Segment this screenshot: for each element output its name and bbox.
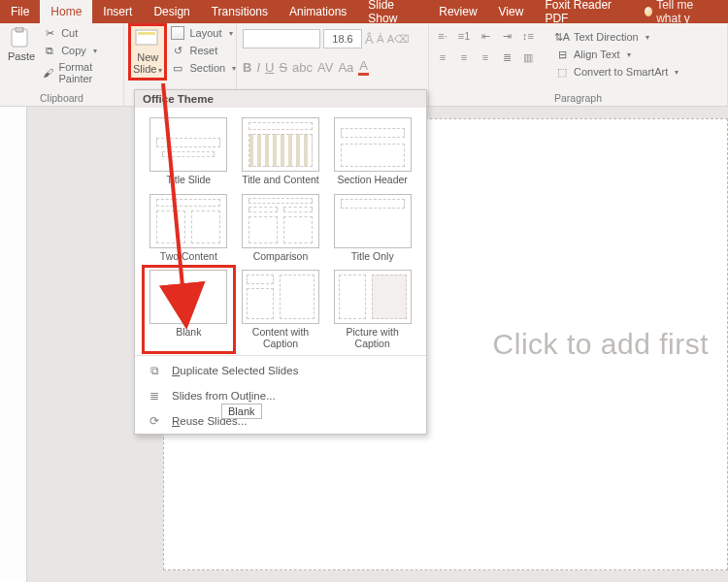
- layout-picture-with-caption[interactable]: Picture with Caption: [330, 270, 414, 349]
- section-icon: ▭: [171, 61, 184, 75]
- indent-dec-button[interactable]: ⇤: [478, 29, 493, 43]
- layout-label: Section Header: [337, 175, 407, 186]
- layout-label: Comparison: [253, 251, 309, 263]
- layout-icon: [171, 26, 184, 40]
- bold-button[interactable]: B: [243, 60, 251, 75]
- svg-rect-1: [16, 27, 23, 32]
- shadow-button[interactable]: abc: [292, 60, 313, 75]
- shrink-font-icon[interactable]: Ǎ: [377, 33, 384, 46]
- new-slide-button[interactable]: New Slide: [130, 25, 165, 79]
- cut-label: Cut: [61, 27, 78, 39]
- new-slide-label: New Slide: [133, 51, 162, 76]
- duplicate-slides-item[interactable]: ⧉ Duplicate Selected Slides: [135, 358, 426, 383]
- reuse-slides-item[interactable]: ⟳ Reuse Slides...: [135, 408, 426, 434]
- numbering-button[interactable]: ≡1: [456, 29, 472, 43]
- bulb-icon: [645, 7, 652, 16]
- tab-foxit-reader-pdf[interactable]: Foxit Reader PDF: [534, 0, 634, 23]
- layout-button[interactable]: Layout: [169, 25, 238, 41]
- italic-button[interactable]: I: [256, 60, 260, 75]
- layout-label: Title and Content: [242, 175, 319, 186]
- bullets-button[interactable]: ≡·: [435, 29, 450, 43]
- align-center-button[interactable]: ≡: [456, 50, 472, 64]
- font-color-button[interactable]: A: [358, 58, 369, 76]
- section-button[interactable]: ▭ Section: [169, 60, 238, 76]
- layout-label: Content with Caption: [239, 327, 323, 349]
- layout-label: Layout: [189, 27, 221, 39]
- layout-comparison[interactable]: Comparison: [239, 194, 323, 263]
- outline-icon: ≣: [147, 388, 162, 404]
- list-item-label: Duplicate Selected Slides: [172, 365, 298, 376]
- text-direction-icon: ⇅A: [555, 30, 569, 44]
- svg-rect-3: [138, 32, 155, 35]
- format-painter-label: Format Painter: [58, 61, 116, 84]
- layout-title-and-content[interactable]: Title and Content: [239, 117, 323, 186]
- layout-content-with-caption[interactable]: Content with Caption: [239, 270, 323, 349]
- font-size-combo[interactable]: 18.6: [323, 29, 362, 48]
- layout-blank[interactable]: Blank: [147, 270, 231, 349]
- font-name-combo[interactable]: [243, 29, 320, 48]
- format-painter-button[interactable]: 🖌 Format Painter: [41, 60, 117, 85]
- tab-home[interactable]: Home: [40, 0, 92, 23]
- ribbon-tab-strip: File Home Insert Design Transitions Anim…: [0, 0, 728, 23]
- change-case-button[interactable]: Aa: [338, 60, 353, 75]
- paragraph-group-label: Paragraph: [435, 90, 721, 106]
- tab-file[interactable]: File: [0, 0, 40, 23]
- line-spacing-button[interactable]: ↕≡: [520, 29, 536, 43]
- group-paragraph: ≡· ≡1 ⇤ ⇥ ↕≡ ≡ ≡ ≡ ≣ ▥ ⇅A Text Direction: [429, 23, 728, 106]
- justify-button[interactable]: ≣: [499, 50, 514, 64]
- clear-format-icon[interactable]: A⌫: [387, 33, 410, 46]
- convert-smartart-button[interactable]: ⬚ Convert to SmartArt: [553, 64, 680, 80]
- grow-font-icon[interactable]: Â: [365, 32, 374, 47]
- reset-icon: ↺: [171, 44, 184, 57]
- thumbnail-panel[interactable]: [0, 107, 27, 582]
- layout-label: Title Slide: [166, 175, 211, 186]
- indent-inc-button[interactable]: ⇥: [499, 29, 514, 43]
- reset-button[interactable]: ↺ Reset: [169, 43, 238, 58]
- paste-button[interactable]: Paste: [6, 25, 37, 64]
- smartart-label: Convert to SmartArt: [574, 66, 668, 78]
- layout-section-header[interactable]: Section Header: [330, 117, 414, 186]
- underline-button[interactable]: U: [265, 60, 274, 75]
- paste-icon: [8, 27, 35, 48]
- add-first-placeholder[interactable]: Click to add first: [493, 328, 709, 361]
- copy-button[interactable]: ⧉ Copy: [41, 43, 117, 58]
- clipboard-group-label: Clipboard: [6, 90, 117, 106]
- layout-label: Two Content: [160, 251, 217, 263]
- tell-me-label: Tell me what y: [656, 0, 718, 25]
- align-text-button[interactable]: ⊟ Align Text: [553, 47, 680, 62]
- new-slide-gallery: Office Theme Title Slide Title and Conte…: [134, 89, 427, 435]
- align-right-button[interactable]: ≡: [478, 50, 493, 64]
- layout-title-slide[interactable]: Title Slide: [147, 117, 231, 186]
- strike-button[interactable]: S: [279, 60, 287, 75]
- tab-design[interactable]: Design: [143, 0, 200, 23]
- copy-label: Copy: [61, 45, 86, 56]
- align-left-button[interactable]: ≡: [435, 50, 450, 64]
- section-label: Section: [189, 62, 225, 74]
- layout-label: Blank: [176, 327, 201, 339]
- align-text-label: Align Text: [574, 48, 620, 60]
- copy-icon: ⧉: [43, 44, 56, 57]
- slides-from-outline-item[interactable]: ≣ Slides from Outline...: [135, 383, 426, 408]
- char-spacing-button[interactable]: AV: [317, 60, 333, 75]
- tell-me-field[interactable]: Tell me what y: [635, 0, 728, 23]
- layout-two-content[interactable]: Two Content: [147, 194, 231, 263]
- layout-title-only[interactable]: Title Only: [330, 194, 414, 263]
- tab-animations[interactable]: Animations: [279, 0, 357, 23]
- cut-button[interactable]: ✂ Cut: [41, 25, 117, 41]
- tab-slide-show[interactable]: Slide Show: [357, 0, 428, 23]
- paste-label: Paste: [8, 50, 35, 62]
- text-direction-button[interactable]: ⇅A Text Direction: [553, 29, 680, 45]
- smartart-icon: ⬚: [555, 65, 569, 79]
- reuse-icon: ⟳: [147, 413, 162, 429]
- tab-insert[interactable]: Insert: [92, 0, 143, 23]
- tab-review[interactable]: Review: [428, 0, 487, 23]
- columns-button[interactable]: ▥: [520, 50, 536, 64]
- align-text-icon: ⊟: [555, 48, 569, 61]
- tab-transitions[interactable]: Transitions: [201, 0, 279, 23]
- group-clipboard: Paste ✂ Cut ⧉ Copy 🖌 Format Painter Clip…: [0, 23, 124, 106]
- list-item-label: Slides from Outline...: [172, 390, 276, 402]
- new-slide-icon: [134, 28, 161, 49]
- tab-view[interactable]: View: [488, 0, 535, 23]
- layout-label: Picture with Caption: [330, 327, 414, 349]
- reset-label: Reset: [189, 45, 217, 56]
